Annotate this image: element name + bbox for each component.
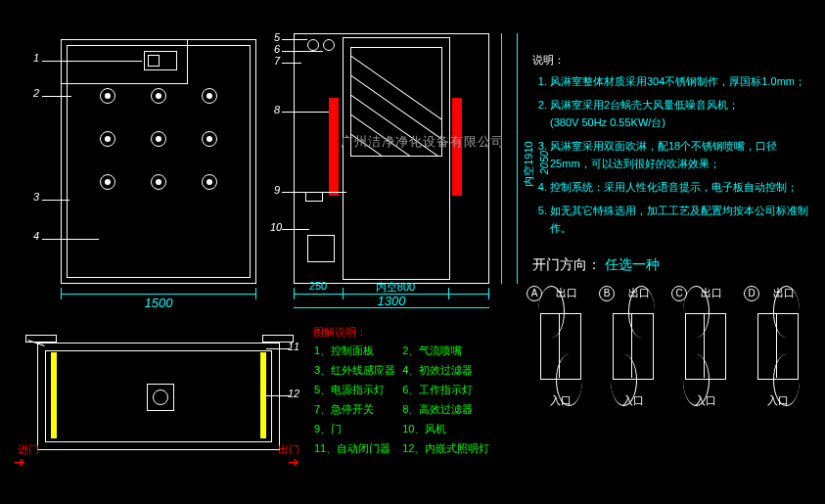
legend-row: 9、门10、风机 bbox=[313, 419, 495, 438]
nozzle bbox=[100, 174, 115, 190]
estop-box bbox=[307, 235, 335, 262]
nozzle bbox=[100, 131, 115, 147]
desc-title: 说明： bbox=[532, 51, 816, 69]
legend-row: 11、自动闭门器12、内嵌式照明灯 bbox=[313, 438, 495, 458]
leader-line bbox=[262, 395, 290, 396]
legend-row: 5、电源指示灯6、工作指示灯 bbox=[313, 380, 495, 399]
ir-sensor bbox=[305, 192, 323, 202]
front-elevation bbox=[61, 39, 256, 284]
nozzle bbox=[151, 131, 166, 147]
leader-line bbox=[282, 192, 346, 193]
door-swing bbox=[538, 286, 565, 338]
leader-9: 9 bbox=[274, 184, 280, 196]
description-block: 说明： 风淋室整体材质采用304不锈钢制作，厚国标1.0mm； 风淋室采用2台蜗… bbox=[532, 51, 816, 243]
desc-item: 风淋室整体材质采用304不锈钢制作，厚国标1.0mm； bbox=[550, 72, 816, 90]
plan-view: ➔ ➔ bbox=[37, 333, 280, 470]
leader-1: 1 bbox=[33, 52, 39, 64]
cabinet-inner bbox=[67, 45, 251, 278]
leader-3: 3 bbox=[33, 191, 39, 203]
watermark: 广州洁净净化设备有限公司 bbox=[341, 133, 505, 151]
leader-2: 2 bbox=[33, 87, 39, 99]
nozzle bbox=[202, 131, 217, 147]
dim-door-total: 1300 bbox=[294, 294, 489, 308]
legend-title: 图解说明： bbox=[313, 323, 519, 341]
leader-line bbox=[282, 39, 307, 40]
legend-table: 1、控制面板2、气流喷嘴 3、红外线感应器4、初效过滤器 5、电源指示灯6、工作… bbox=[313, 341, 495, 458]
fan-symbol bbox=[147, 384, 174, 411]
leader-line bbox=[282, 229, 309, 230]
side-panel bbox=[51, 352, 57, 438]
desc-item: 风淋室采用2台蜗壳大风量低噪音风机； (380V 50Hz 0.55KW/台) bbox=[550, 96, 816, 131]
leader-5: 5 bbox=[274, 31, 280, 43]
leader-line bbox=[282, 63, 301, 64]
indicator-lamp bbox=[323, 39, 335, 51]
dim-line bbox=[501, 33, 502, 284]
label-in: 入口 bbox=[546, 393, 575, 408]
desc-item: 控制系统：采用人性化语音提示，电子板自动控制； bbox=[550, 178, 816, 196]
dim-door-clear: 内空800 bbox=[343, 280, 448, 295]
option-tag: B bbox=[599, 286, 615, 301]
label-in: 入口 bbox=[763, 393, 793, 408]
side-strip bbox=[329, 98, 339, 196]
dim-front-width: 1500 bbox=[61, 296, 256, 310]
leader-line bbox=[282, 112, 329, 113]
label-in: 入口 bbox=[619, 393, 648, 408]
nozzle bbox=[151, 174, 166, 190]
door-swing bbox=[628, 286, 655, 338]
desc-list: 风淋室整体材质采用304不锈钢制作，厚国标1.0mm； 风淋室采用2台蜗壳大风量… bbox=[532, 72, 816, 237]
leader-line bbox=[42, 61, 142, 62]
dim-line bbox=[61, 294, 256, 295]
leader-11: 11 bbox=[288, 341, 299, 352]
leader-7: 7 bbox=[274, 55, 280, 67]
leader-6: 6 bbox=[274, 43, 280, 55]
option-tag: D bbox=[744, 286, 759, 301]
legend-row: 3、红外线感应器4、初效过滤器 bbox=[313, 360, 495, 380]
control-panel bbox=[144, 51, 177, 70]
nozzle bbox=[202, 88, 217, 104]
door-swing bbox=[683, 286, 710, 338]
legend-row: 1、控制面板2、气流喷嘴 bbox=[313, 341, 495, 360]
leader-line bbox=[266, 348, 290, 349]
legend-block: 图解说明： 1、控制面板2、气流喷嘴 3、红外线感应器4、初效过滤器 5、电源指… bbox=[313, 323, 519, 458]
label-in: 入口 bbox=[691, 393, 720, 408]
direction-title: 开门方向： 任选一种 bbox=[532, 256, 660, 274]
nozzle bbox=[151, 88, 166, 104]
leader-line bbox=[42, 239, 99, 240]
dim-door-side: 250 bbox=[294, 280, 343, 292]
desc-item: 如无其它特殊选用，加工工艺及配置均按本公司标准制作。 bbox=[550, 202, 816, 237]
leader-4: 4 bbox=[33, 230, 39, 242]
leader-line bbox=[42, 200, 69, 201]
leader-line bbox=[42, 96, 71, 97]
door-elevation bbox=[294, 29, 489, 284]
label-out: 出门 bbox=[278, 442, 299, 457]
door-swing bbox=[773, 286, 800, 338]
nozzle bbox=[202, 174, 217, 190]
legend-row: 7、急停开关8、高效过滤器 bbox=[313, 399, 495, 419]
indicator-lamp bbox=[307, 39, 319, 51]
leader-line bbox=[282, 51, 323, 52]
dim-line bbox=[517, 33, 518, 284]
leader-12: 12 bbox=[288, 388, 299, 399]
desc-item: 风淋室采用双面吹淋，配18个不锈钢喷嘴，口径25mm，可以达到很好的吹淋效果； bbox=[550, 137, 816, 172]
leader-8: 8 bbox=[274, 104, 280, 115]
label-in: 进门 bbox=[18, 442, 39, 457]
nozzle bbox=[100, 88, 115, 104]
leader-10: 10 bbox=[270, 221, 282, 233]
